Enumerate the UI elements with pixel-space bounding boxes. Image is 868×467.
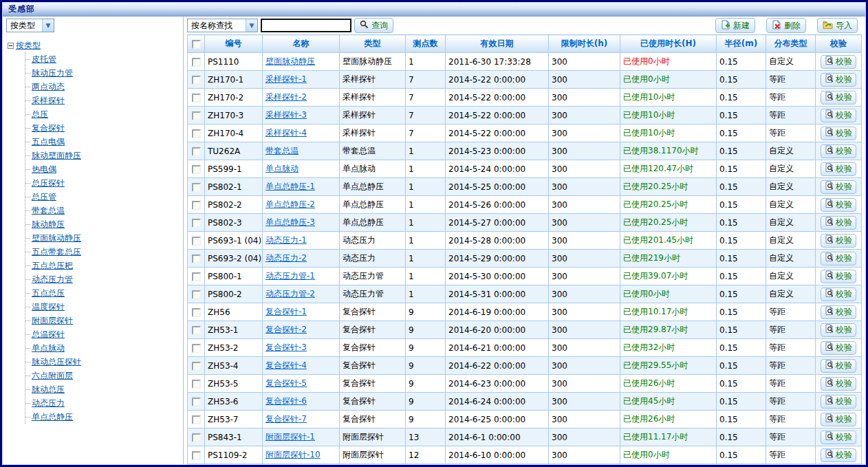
- verify-button[interactable]: 校验: [821, 127, 856, 140]
- sensor-name-link[interactable]: 附面层探针-10: [265, 450, 321, 459]
- sensor-name-link[interactable]: 附面层探针-1: [265, 432, 315, 442]
- tree-item-label[interactable]: 五点电偶: [32, 136, 65, 148]
- tree-root[interactable]: 按类型: [6, 39, 180, 52]
- sensor-name-link[interactable]: 动态压力-1: [265, 235, 307, 245]
- tree-item[interactable]: 五点电偶: [25, 135, 180, 149]
- tree-item-label[interactable]: 动态压力: [32, 398, 65, 409]
- row-checkbox[interactable]: [192, 94, 201, 102]
- tree-item-label[interactable]: 脉动总压探针: [32, 356, 81, 368]
- tree-item-label[interactable]: 热电偶: [32, 164, 56, 175]
- tree-item-label[interactable]: 脉动压力管: [32, 67, 73, 79]
- verify-button[interactable]: 校验: [821, 323, 856, 337]
- tree-item-label[interactable]: 附面层探针: [32, 315, 73, 327]
- tree-item[interactable]: 壁面脉动静压: [25, 231, 180, 245]
- tree-item-label[interactable]: 五点总压: [32, 287, 65, 299]
- tree-item[interactable]: 总压探针: [25, 176, 180, 190]
- tree-item[interactable]: 六点附面层: [25, 369, 180, 382]
- row-checkbox[interactable]: [192, 237, 201, 246]
- sensor-name-link[interactable]: 复合探针-6: [265, 396, 307, 406]
- sensor-name-link[interactable]: 单点总静压-3: [265, 217, 315, 227]
- row-checkbox[interactable]: [192, 254, 201, 263]
- tree-item-label[interactable]: 动态压力管: [32, 274, 73, 285]
- tree-item-label[interactable]: 脉动壁面静压: [32, 150, 81, 162]
- tree-item-label[interactable]: 总压探针: [32, 177, 65, 189]
- sensor-name-link[interactable]: 动态压力管-1: [265, 271, 315, 281]
- row-checkbox[interactable]: [192, 76, 201, 85]
- tree-item[interactable]: 脉动压力管: [25, 66, 180, 80]
- collapse-minus-icon[interactable]: [8, 43, 14, 49]
- new-button[interactable]: 新建: [715, 18, 755, 33]
- tree-item-label[interactable]: 五点带套总压: [32, 246, 81, 258]
- verify-button[interactable]: 校验: [821, 234, 856, 248]
- tree-item[interactable]: 单点脉动: [25, 341, 180, 355]
- tree-item-label[interactable]: 单点总静压: [32, 411, 73, 423]
- verify-button[interactable]: 校验: [821, 198, 856, 212]
- row-checkbox[interactable]: [192, 451, 201, 460]
- verify-button[interactable]: 校验: [821, 252, 856, 265]
- tree-item[interactable]: 温度探针: [25, 300, 180, 314]
- row-checkbox[interactable]: [192, 326, 201, 335]
- verify-button[interactable]: 校验: [821, 109, 856, 122]
- sensor-name-link[interactable]: 复合探针-4: [265, 360, 307, 370]
- verify-button[interactable]: 校验: [821, 377, 856, 391]
- tree-item[interactable]: 带套总温: [25, 204, 180, 217]
- chevron-down-icon[interactable]: ▼: [42, 19, 54, 32]
- tree-item-label[interactable]: 脉动总压: [32, 384, 65, 395]
- tree-item[interactable]: 皮托管: [25, 52, 180, 66]
- sensor-name-link[interactable]: 复合探针-1: [265, 307, 307, 316]
- tree-item[interactable]: 单点总静压: [25, 410, 180, 424]
- row-checkbox[interactable]: [192, 380, 201, 389]
- row-checkbox[interactable]: [192, 183, 201, 192]
- chevron-down-icon[interactable]: ▼: [246, 19, 257, 32]
- sensor-name-link[interactable]: 复合探针-5: [265, 378, 307, 388]
- tree-item[interactable]: 动态压力: [25, 396, 180, 410]
- verify-button[interactable]: 校验: [821, 270, 856, 283]
- tree-item-label[interactable]: 皮托管: [32, 54, 56, 65]
- verify-button[interactable]: 校验: [821, 448, 856, 462]
- sensor-name-link[interactable]: 动态压力管-2: [265, 289, 315, 298]
- search-mode-select[interactable]: 按名称查找 ▼: [187, 19, 258, 32]
- row-checkbox[interactable]: [192, 398, 201, 406]
- tree-item[interactable]: 总压: [25, 107, 180, 121]
- row-checkbox[interactable]: [192, 272, 201, 281]
- sensor-name-link[interactable]: 复合探针-3: [265, 343, 307, 352]
- query-button[interactable]: 查询: [354, 18, 393, 33]
- sensor-name-link[interactable]: 采样探针-1: [265, 74, 307, 84]
- row-checkbox[interactable]: [192, 433, 201, 442]
- tree-item-label[interactable]: 五点总压耙: [32, 260, 73, 272]
- tree-item-label[interactable]: 脉动静压: [32, 219, 65, 230]
- tree-item[interactable]: 总压管: [25, 190, 180, 204]
- tree-item[interactable]: 总温探针: [25, 327, 180, 341]
- sensor-name-link[interactable]: 单点总静压-1: [265, 182, 315, 191]
- sidebar-filter-select[interactable]: 按类型 ▼: [6, 19, 54, 32]
- tree-item-label[interactable]: 壁面脉动静压: [32, 232, 81, 244]
- sensor-name-link[interactable]: 单点脉动: [265, 164, 299, 173]
- row-checkbox[interactable]: [192, 58, 201, 67]
- import-button[interactable]: 导入: [817, 18, 858, 33]
- tree-item[interactable]: 脉动总压: [25, 382, 180, 396]
- row-checkbox[interactable]: [192, 290, 201, 299]
- verify-button[interactable]: 校验: [821, 55, 856, 69]
- tree-item[interactable]: 复合探针: [25, 121, 180, 135]
- tree-item-label[interactable]: 带套总温: [32, 205, 65, 217]
- tree-item[interactable]: 两点动态: [25, 80, 180, 94]
- tree-item-label[interactable]: 总压管: [32, 191, 56, 203]
- verify-button[interactable]: 校验: [821, 162, 856, 176]
- tree-item-label[interactable]: 总温探针: [32, 329, 65, 340]
- row-checkbox[interactable]: [192, 219, 201, 228]
- verify-button[interactable]: 校验: [821, 287, 856, 301]
- verify-button[interactable]: 校验: [821, 144, 856, 158]
- tree-item[interactable]: 热电偶: [25, 162, 180, 176]
- row-checkbox[interactable]: [192, 344, 201, 353]
- tree-root-label[interactable]: 按类型: [16, 40, 41, 52]
- sensor-name-link[interactable]: 复合探针-2: [265, 325, 307, 334]
- search-input[interactable]: [261, 19, 351, 32]
- tree-item-label[interactable]: 总压: [32, 109, 48, 120]
- verify-button[interactable]: 校验: [821, 216, 856, 230]
- sensor-name-link[interactable]: 动态压力-2: [265, 253, 307, 263]
- tree-item-label[interactable]: 温度探针: [32, 301, 65, 313]
- delete-button[interactable]: 删除: [766, 18, 806, 33]
- row-checkbox[interactable]: [192, 362, 201, 371]
- verify-button[interactable]: 校验: [821, 180, 856, 194]
- tree-item[interactable]: 五点总压: [25, 286, 180, 300]
